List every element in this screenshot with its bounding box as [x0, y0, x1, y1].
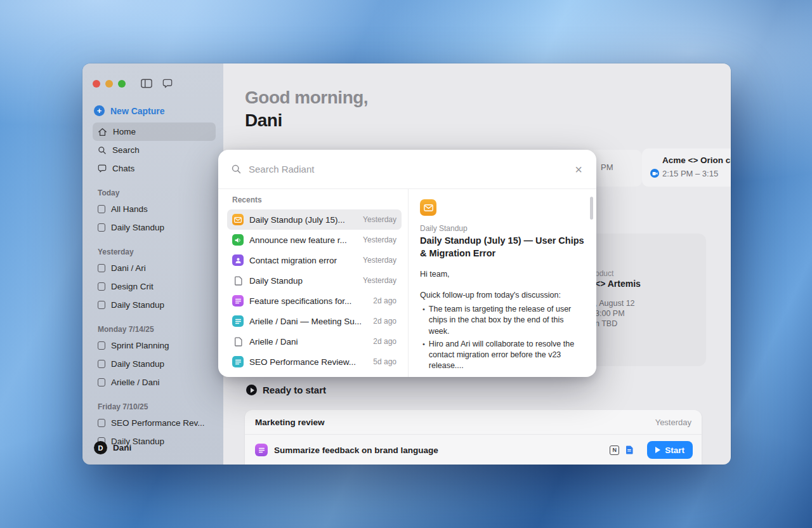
event-time-fragment: PM — [601, 162, 613, 172]
recent-date: Yesterday — [363, 276, 396, 285]
ready-to-start-header[interactable]: Ready to start — [246, 385, 326, 395]
video-call-icon — [650, 169, 659, 178]
note-icon — [98, 223, 105, 232]
preview-bullets: • The team is targeting the release of u… — [422, 304, 584, 372]
document-outline-icon — [232, 336, 244, 347]
close-icon[interactable]: × — [573, 162, 584, 177]
note-label: All Hands — [111, 204, 148, 214]
doc-source-icon[interactable] — [625, 446, 633, 454]
greeting: Good morning, Dani — [245, 86, 368, 132]
recent-title: Feature specifications for... — [249, 296, 367, 306]
note-label: SEO Performance Rev... — [111, 418, 205, 428]
recent-title: Daily Standup (July 15)... — [249, 215, 357, 225]
new-capture-button[interactable]: + New Capture — [94, 105, 216, 116]
sidebar-note-item[interactable]: Design Crit — [93, 277, 216, 296]
recent-title: Arielle / Dani — [249, 337, 367, 346]
event-time: 2:15 PM – 3:15 — [662, 169, 718, 178]
clipped-text: 3:00 PM — [595, 309, 625, 318]
clipped-text: n TBD — [595, 319, 617, 328]
bullet-text: The team is targeting the release of use… — [429, 304, 585, 337]
recent-date: 2d ago — [373, 317, 396, 326]
sidebar-note-item[interactable]: SEO Performance Rev... — [93, 414, 216, 432]
recent-title: SEO Performance Review... — [249, 357, 367, 367]
meeting-notes-icon — [232, 315, 244, 327]
recent-item[interactable]: SEO Performance Review... 5d ago — [227, 352, 402, 372]
note-icon — [98, 282, 105, 291]
recent-item[interactable]: Arielle / Dani — Meeting Su... 2d ago — [227, 311, 402, 331]
chat-panel-icon[interactable] — [162, 79, 173, 88]
sidebar-note-item[interactable]: All Hands — [93, 200, 216, 218]
section-title: Monday 7/14/25 — [98, 325, 216, 334]
new-capture-label: New Capture — [110, 106, 165, 116]
card-title: Marketing review — [255, 418, 655, 427]
note-icon — [98, 360, 105, 368]
recent-date: 2d ago — [373, 337, 396, 346]
sidebar-item-home[interactable]: Home — [93, 122, 216, 141]
sidebar-toggle-icon[interactable] — [141, 79, 152, 88]
sidebar-item-label: Search — [112, 145, 140, 155]
search-input[interactable] — [249, 164, 573, 175]
sidebar: + New Capture Home Search Chats — [82, 63, 223, 465]
window-titlebar — [93, 79, 216, 88]
sidebar-note-item[interactable]: Sprint Planning — [93, 336, 216, 355]
sidebar-note-item[interactable]: Daily Standup — [93, 296, 216, 314]
recent-item[interactable]: Announce new feature r... Yesterday — [227, 230, 402, 250]
recent-title: Contact migration error — [249, 256, 357, 265]
bullet-item: • The team is targeting the release of u… — [422, 304, 585, 337]
search-overlay: × Recents Daily Standup (July 15)... Yes… — [218, 150, 596, 377]
chat-bubble-icon — [98, 164, 107, 173]
user-name: Dani — [113, 443, 131, 452]
sidebar-note-item[interactable]: Daily Standup — [93, 218, 216, 237]
recent-item[interactable]: Daily Standup (July 15)... Yesterday — [227, 209, 402, 230]
recent-date: Yesterday — [363, 256, 396, 265]
note-label: Sprint Planning — [111, 341, 169, 350]
recent-item[interactable]: Arielle / Dani 2d ago — [227, 331, 402, 352]
sidebar-item-label: Home — [113, 127, 136, 136]
recent-item[interactable]: Feature specifications for... 2d ago — [227, 291, 402, 311]
note-icon — [98, 341, 105, 350]
note-label: Daily Standup — [111, 223, 164, 232]
sidebar-item-search[interactable]: Search — [93, 141, 216, 159]
desktop-background: + New Capture Home Search Chats — [0, 0, 812, 528]
preview-pane: Daily Standup Daily Standup (July 15) — … — [409, 189, 596, 377]
event-card-orion[interactable]: Acme <> Orion cha 2:15 PM – 3:15 — [642, 148, 731, 187]
card-timestamp: Yesterday — [655, 418, 691, 427]
note-label: Design Crit — [111, 282, 154, 291]
note-icon — [98, 378, 105, 386]
bullet-text: Hiro and Ari will collaborate to resolve… — [429, 339, 585, 372]
note-icon — [98, 264, 105, 272]
zoom-window-button[interactable] — [118, 80, 126, 88]
recent-item[interactable]: Daily Standup Yesterday — [227, 270, 402, 291]
search-icon — [231, 164, 242, 175]
recent-title: Daily Standup — [249, 276, 357, 286]
scrollbar-thumb[interactable] — [590, 197, 593, 220]
sidebar-note-item[interactable]: Daily Standup — [93, 355, 216, 373]
note-label: Daily Standup — [111, 300, 164, 310]
megaphone-icon — [232, 234, 244, 246]
note-label: Daily Standup — [111, 359, 164, 369]
envelope-icon — [420, 199, 436, 216]
sidebar-item-chats[interactable]: Chats — [93, 159, 216, 178]
sidebar-item-label: Chats — [112, 164, 134, 173]
source-icons: N — [610, 446, 633, 455]
event-title: Acme <> Orion cha — [662, 155, 731, 165]
clipped-text: <> Artemis — [595, 279, 641, 289]
notion-icon[interactable]: N — [610, 446, 619, 455]
search-results: Recents Daily Standup (July 15)... Yeste… — [218, 189, 596, 377]
start-button[interactable]: Start — [647, 441, 693, 459]
task-title: Summarize feedback on brand language — [274, 446, 603, 455]
avatar: D — [94, 441, 107, 454]
user-profile-button[interactable]: D Dani — [94, 441, 131, 454]
clipped-text: oduct — [595, 269, 613, 278]
sidebar-note-item[interactable]: Dani / Ari — [93, 259, 216, 277]
minimize-window-button[interactable] — [105, 80, 113, 88]
recent-date: Yesterday — [363, 215, 396, 224]
task-row[interactable]: Summarize feedback on brand language N S… — [245, 435, 702, 465]
recent-title: Announce new feature r... — [249, 235, 357, 245]
card-header: Marketing review Yesterday — [245, 410, 702, 435]
sidebar-note-item[interactable]: Arielle / Dani — [93, 373, 216, 392]
recent-item[interactable]: Contact migration error Yesterday — [227, 250, 402, 270]
home-icon — [98, 128, 107, 136]
close-window-button[interactable] — [93, 80, 100, 88]
search-icon — [98, 146, 107, 155]
